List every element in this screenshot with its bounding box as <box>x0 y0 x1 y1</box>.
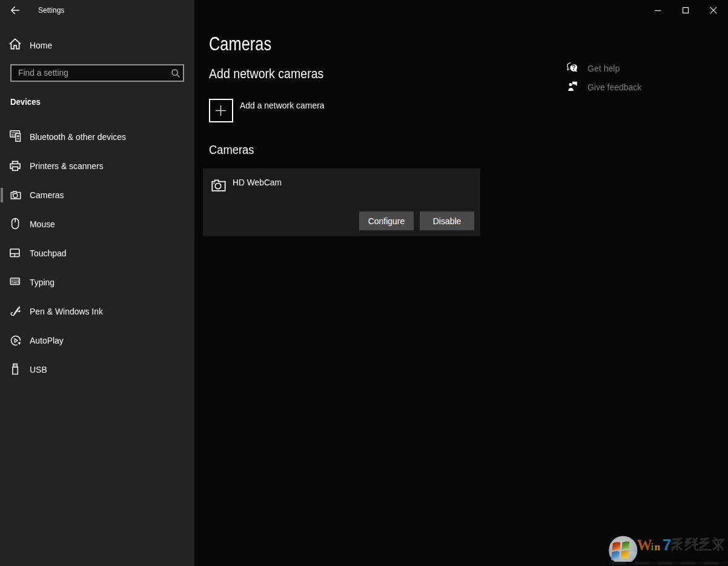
svg-text:n: n <box>655 541 661 553</box>
svg-text:W: W <box>637 537 652 553</box>
svg-text:7: 7 <box>663 536 671 554</box>
svg-text:i: i <box>651 541 654 553</box>
